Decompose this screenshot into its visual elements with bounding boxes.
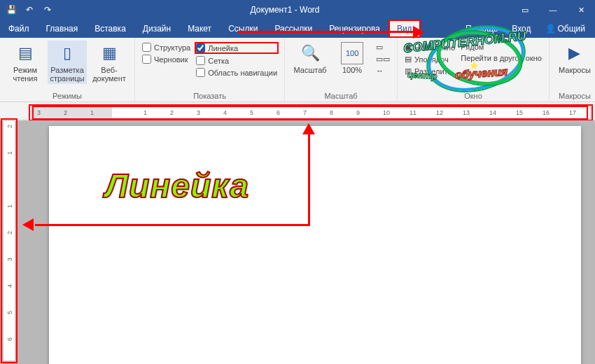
zoom-100-label: 100%	[342, 66, 362, 74]
group-show-label: Показать	[141, 90, 279, 100]
ruler-tick: 2	[6, 125, 13, 128]
document-workspace: 21123456	[0, 120, 595, 364]
outline-checkbox[interactable]: Структура	[141, 42, 192, 52]
person-icon: 👤	[545, 24, 556, 34]
magnifier-icon: 🔍	[299, 42, 321, 64]
title-bar: 💾 ↶ ↷ Документ1 - Word ▭ — ✕	[0, 0, 595, 20]
navpane-label: Область навигации	[208, 69, 277, 77]
ruler-tick: 1	[90, 109, 94, 116]
minimize-icon[interactable]: —	[539, 0, 567, 20]
read-mode-label: Режим чтения	[7, 66, 43, 83]
horizontal-ruler[interactable]: 3211234567891011121314151617	[31, 106, 591, 119]
hundred-icon: 100	[341, 42, 363, 64]
tab-mailings[interactable]: Рассылки	[266, 20, 321, 38]
group-zoom-label: Масштаб	[290, 90, 391, 100]
ruler-tick: 5	[6, 311, 13, 314]
tab-layout[interactable]: Макет	[179, 20, 220, 38]
new-window-button[interactable]: ▣Новое окно	[403, 42, 456, 52]
page-icon: ▯	[56, 42, 78, 64]
vertical-ruler[interactable]: 21123456	[3, 120, 15, 361]
split-label: Разделить	[414, 67, 451, 76]
document-page[interactable]	[49, 126, 581, 364]
redo-icon[interactable]: ↷	[41, 3, 55, 17]
undo-icon[interactable]: ↶	[22, 3, 36, 17]
side-by-side-button[interactable]: Рядом	[459, 42, 543, 52]
macros-button[interactable]: ▶ Макросы	[555, 41, 594, 76]
tab-file[interactable]: Файл	[0, 20, 38, 38]
web-layout-button[interactable]: ▦ Веб-документ	[90, 41, 129, 84]
tab-insert[interactable]: Вставка	[86, 20, 134, 38]
ruler-tick: 3	[37, 109, 41, 116]
zoom-100-button[interactable]: 100 100%	[332, 41, 372, 76]
split-icon: ▥	[405, 66, 412, 76]
ruler-tick: 4	[6, 284, 13, 288]
ruler-area: 3211234567891011121314151617	[0, 102, 595, 119]
print-layout-label: Разметка страницы	[49, 66, 85, 83]
new-window-label: Новое окно	[414, 43, 455, 52]
tab-help[interactable]: Помощь	[460, 24, 503, 34]
macros-icon: ▶	[564, 42, 586, 64]
switch-windows-button[interactable]: Перейти в другое окно	[459, 53, 543, 63]
group-macros: ▶ Макросы Макросы	[550, 38, 595, 102]
group-window-label: Окно	[403, 90, 543, 100]
tab-references[interactable]: Ссылки	[220, 20, 266, 38]
quick-access-toolbar: 💾 ↶ ↷	[0, 3, 59, 17]
ribbon: ▤ Режим чтения ▯ Разметка страницы ▦ Веб…	[0, 38, 595, 102]
group-window: ▣Новое окно ▤Упорядоч ▥Разделить Рядом П…	[398, 38, 550, 102]
gridlines-checkbox[interactable]: Сетка	[195, 55, 279, 66]
signin-button[interactable]: Вход	[506, 24, 536, 34]
group-modes-label: Режимы	[6, 90, 129, 100]
close-icon[interactable]: ✕	[567, 0, 595, 20]
ruler-tick: 2	[6, 231, 13, 234]
save-icon[interactable]: 💾	[4, 3, 18, 17]
ruler-tick: 8	[330, 109, 333, 116]
ruler-tick: 7	[303, 109, 307, 116]
side-by-side-label: Рядом	[461, 43, 484, 51]
macros-label: Макросы	[559, 66, 591, 74]
window-controls: ▭ — ✕	[511, 0, 595, 20]
share-button[interactable]: 👤 Общий	[540, 24, 592, 34]
ruler-label: Линейка	[208, 44, 238, 52]
app-title: Документ1 - Word	[59, 5, 511, 15]
ruler-tick: 4	[223, 109, 227, 116]
arrange-all-button[interactable]: ▤Упорядоч	[403, 54, 456, 64]
globe-icon: ▦	[98, 42, 120, 64]
ruler-tick: 2	[64, 109, 67, 116]
ruler-tick: 3	[197, 109, 200, 116]
ruler-tick: 11	[410, 109, 416, 116]
page-width-button[interactable]: ↔	[374, 66, 391, 76]
zoom-label: Масштаб	[294, 66, 327, 74]
group-macros-label: Макросы	[555, 90, 594, 100]
arrange-label: Упорядоч	[414, 55, 449, 64]
web-layout-label: Веб-документ	[91, 66, 127, 83]
ruler-tick: 6	[276, 109, 280, 116]
print-layout-button[interactable]: ▯ Разметка страницы	[48, 41, 87, 84]
tab-home[interactable]: Главная	[38, 20, 87, 38]
ruler-tick: 13	[463, 109, 470, 116]
ruler-tick: 6	[6, 337, 13, 341]
multi-page-button[interactable]: ▭▭	[374, 54, 391, 64]
ruler-tick: 9	[356, 109, 360, 116]
ruler-tick: 14	[489, 109, 496, 116]
navpane-checkbox[interactable]: Область навигации	[195, 67, 279, 78]
switch-windows-label: Перейти в другое окно	[461, 54, 542, 62]
ruler-checkbox[interactable]: Линейка	[195, 42, 279, 54]
tab-view[interactable]: Вид	[388, 20, 421, 38]
ribbon-display-options-icon[interactable]: ▭	[511, 0, 539, 20]
ribbon-tabs: Файл Главная Вставка Дизайн Макет Ссылки…	[0, 20, 595, 38]
ruler-tick: 10	[383, 109, 390, 116]
one-page-button[interactable]: ▭	[374, 42, 391, 52]
tab-design[interactable]: Дизайн	[134, 20, 179, 38]
outline-label: Структура	[154, 43, 190, 52]
split-button[interactable]: ▥Разделить	[403, 66, 456, 76]
read-mode-button[interactable]: ▤ Режим чтения	[6, 41, 45, 84]
tab-review[interactable]: Рецензирова	[321, 20, 388, 38]
ruler-tick: 17	[569, 109, 576, 116]
ruler-tick: 3	[6, 258, 13, 261]
ruler-tick: 1	[6, 204, 13, 208]
zoom-button[interactable]: 🔍 Масштаб	[290, 41, 330, 76]
ruler-tick: 12	[436, 109, 443, 116]
draft-checkbox[interactable]: Черновик	[141, 54, 192, 64]
draft-label: Черновик	[154, 55, 188, 64]
arrange-icon: ▤	[405, 55, 412, 64]
